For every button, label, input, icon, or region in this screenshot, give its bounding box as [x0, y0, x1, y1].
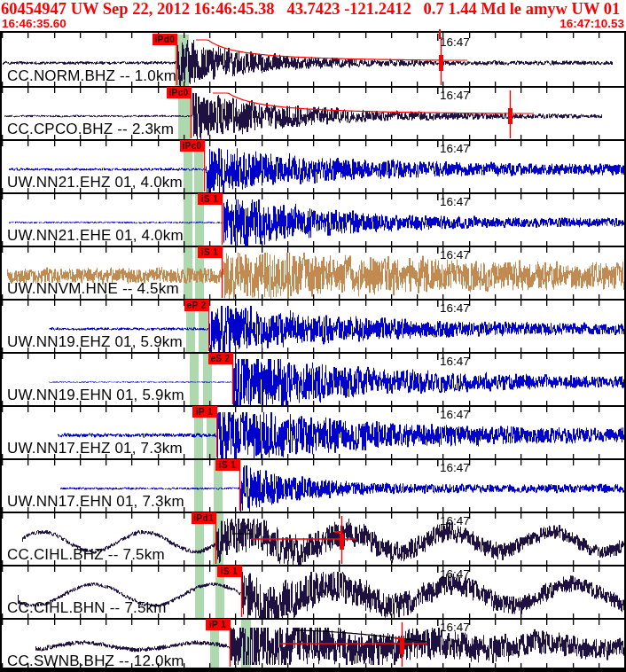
minute-mark-label: 16:47 [440, 195, 470, 208]
minute-mark-label: 16:47 [440, 89, 470, 102]
station-channel-label: CC.NORM.BHZ -- 1.0km [7, 67, 176, 85]
station-channel-label: CC.CIHL.BHZ -- 7.5km [7, 546, 165, 564]
window-start-time: 16:46:35.60 [2, 17, 67, 30]
minute-mark-label: 16:47 [440, 514, 470, 527]
minute-mark-label: 16:47 [440, 567, 470, 581]
phase-pick-flag[interactable]: eS 2 [208, 353, 232, 364]
phase-pick-flag[interactable]: iS 1 [198, 246, 222, 258]
minute-mark-label: 16:47 [440, 461, 470, 474]
station-channel-label: UW.NN17.EHN 01, 7.3km [7, 493, 184, 511]
event-summary-line: 60454947 UW Sep 22, 2012 16:46:45.38 43.… [1, 0, 626, 19]
phase-pick-flag[interactable]: iS 1 [215, 459, 239, 471]
station-channel-label: UW.NNVM.HNE -- 4.5km [7, 280, 179, 298]
phase-pick-flag[interactable]: iS 1 [198, 193, 222, 205]
station-channel-label: CC.CIHL.BHN -- 7.5km [7, 599, 167, 617]
station-channel-label: UW.NN19.EHZ 01, 5.9km [7, 333, 183, 351]
phase-pick-flag[interactable]: iPd1 [192, 512, 215, 524]
minute-mark-label: 16:47 [440, 621, 470, 634]
minute-mark-label: 16:47 [440, 142, 470, 155]
phase-pick-flag[interactable]: iPc0 [167, 87, 191, 98]
minute-mark-label: 16:47 [440, 408, 470, 421]
window-end-time: 16:47:10.53 [559, 17, 624, 30]
station-channel-label: CC.SWNB.BHZ -- 12.0km [7, 652, 184, 670]
station-channel-label: UW.NN19.EHN 01, 5.9km [7, 387, 184, 404]
phase-pick-flag[interactable]: iPc0 [180, 140, 204, 152]
minute-mark-label: 16:47 [440, 301, 470, 315]
phase-pick-flag[interactable]: iS 1 [217, 566, 241, 577]
phase-pick-flag[interactable]: iP 1 [206, 619, 230, 630]
phase-pick-flag[interactable]: iP 1 [192, 406, 216, 418]
station-channel-label: UW.NN21.EHZ 01, 4.0km [7, 174, 183, 191]
minute-mark-label: 16:47 [440, 35, 470, 49]
phase-pick-flag[interactable]: eP 2 [184, 300, 208, 311]
phase-pick-flag[interactable]: iPd0 [153, 34, 176, 45]
station-channel-label: CC.CPCO.BHZ -- 2.3km [7, 121, 174, 138]
minute-mark-label: 16:47 [440, 355, 470, 368]
station-channel-label: UW.NN17.EHZ 01, 7.3km [7, 440, 183, 457]
seismogram-viewer: 60454947 UW Sep 22, 2012 16:46:45.38 43.… [0, 0, 626, 672]
minute-mark-label: 16:47 [440, 248, 470, 262]
station-channel-label: UW.NN21.EHE 01, 4.0km [7, 227, 184, 245]
